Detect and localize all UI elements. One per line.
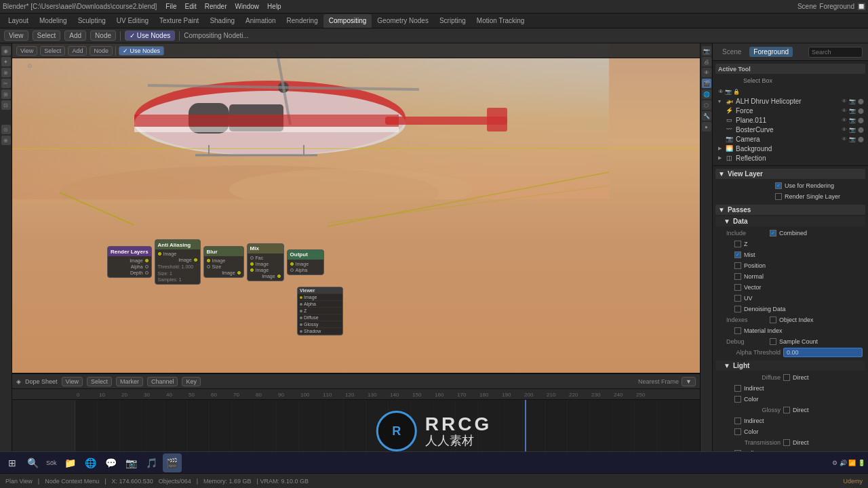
sidebar-tool-8[interactable]: ⊕: [1, 136, 11, 145]
glossy-color-cb[interactable]: [734, 428, 741, 435]
diffuse-indirect-cb[interactable]: [734, 385, 741, 392]
start-button[interactable]: ⊞: [3, 453, 22, 472]
tree-item-plane[interactable]: ▭ Plane.011 👁 📷 ⬤: [724, 115, 865, 125]
blender-taskbar-icon[interactable]: 🎬: [163, 453, 182, 472]
use-rendering-cb[interactable]: ✓: [775, 182, 782, 189]
position-cb[interactable]: [734, 262, 741, 269]
sidebar-tool-7[interactable]: ⊙: [1, 125, 11, 134]
sample-count-cb[interactable]: [770, 338, 776, 345]
render-single-cb[interactable]: [775, 193, 782, 200]
glossy-indirect-cb[interactable]: [734, 418, 741, 424]
tab-motion-tracking[interactable]: Motion Tracking: [471, 14, 530, 28]
tree-item-background[interactable]: ▶ 🌅 Background: [715, 144, 865, 153]
menu-render[interactable]: Render: [201, 2, 231, 11]
tab-scripting[interactable]: Scripting: [434, 14, 471, 28]
passes-header[interactable]: ▼Passes: [715, 205, 865, 215]
diffuse-color-cb[interactable]: [734, 396, 741, 403]
node-editor[interactable]: View Select Add Node ✓ Use Nodes: [12, 43, 700, 373]
sidebar-tool-5[interactable]: ⊞: [1, 89, 11, 99]
node-blur[interactable]: Blur Image Size Image: [203, 246, 244, 278]
rp-tab-foreground[interactable]: Foreground: [749, 47, 793, 57]
node-anti-aliasing[interactable]: Anti Aliasing Image Image Threshold: 1.0…: [155, 239, 201, 285]
node-mix[interactable]: Mix Fac Image: [247, 243, 284, 281]
vis-render[interactable]: ⬤: [857, 98, 864, 104]
glossy-direct-cb[interactable]: [783, 407, 790, 413]
tree-item-helicopter[interactable]: ▼ 🚁 ALH Dhruv Helicopter 👁 📷 ⬤: [715, 96, 865, 106]
mist-cb[interactable]: ✓: [734, 251, 741, 258]
add-button[interactable]: Add: [64, 30, 86, 41]
tab-geometry-nodes[interactable]: Geometry Nodes: [372, 14, 434, 28]
browser-icon[interactable]: 🌐: [81, 453, 100, 472]
tree-item-force[interactable]: ⚡ Force 👁 📷 ⬤: [724, 106, 865, 115]
tl-select-btn[interactable]: Select: [87, 377, 112, 386]
tab-sculpting[interactable]: Sculpting: [73, 14, 111, 28]
prop-icon-view[interactable]: 👁: [702, 68, 711, 77]
ne-select-btn[interactable]: Select: [40, 46, 65, 56]
light-header[interactable]: ▼Light: [715, 361, 865, 371]
sidebar-tool-3[interactable]: ⊕: [1, 68, 11, 77]
sidebar-tool-4[interactable]: ✂: [1, 79, 11, 88]
ne-add-btn[interactable]: Add: [68, 46, 87, 56]
tl-interpolation-btn[interactable]: ▼: [682, 377, 696, 386]
camera-app-icon[interactable]: 📷: [122, 453, 141, 472]
node-button[interactable]: Node: [90, 30, 116, 41]
force-eye[interactable]: 👁: [841, 107, 848, 114]
menu-edit[interactable]: Edit: [181, 2, 199, 11]
tab-layout[interactable]: Layout: [3, 14, 34, 28]
vis-camera[interactable]: 📷: [849, 98, 856, 104]
menu-file[interactable]: File: [162, 2, 180, 11]
node-render-layers[interactable]: Render Layers Image Alpha Dept: [107, 246, 152, 278]
view-button[interactable]: View: [4, 30, 28, 41]
tab-compositing[interactable]: Compositing: [323, 14, 372, 28]
prop-icon-material[interactable]: ●: [702, 122, 711, 131]
tl-view-btn[interactable]: View: [62, 377, 83, 386]
sidebar-tool-6[interactable]: ⊡: [1, 100, 11, 110]
tab-texture-paint[interactable]: Texture Paint: [154, 14, 204, 28]
z-cb[interactable]: [734, 241, 741, 247]
ne-use-nodes-btn[interactable]: ✓ Use Nodes: [119, 46, 164, 56]
music-icon[interactable]: 🎵: [142, 453, 161, 472]
tl-key-btn[interactable]: Key: [182, 377, 201, 386]
tab-modeling[interactable]: Modeling: [34, 14, 73, 28]
tree-item-reflection[interactable]: ▶ ◫ Reflection: [715, 153, 865, 163]
chat-icon[interactable]: 💬: [102, 453, 121, 472]
boster-eye[interactable]: 👁: [841, 126, 848, 133]
sidebar-tool-2[interactable]: ✦: [1, 57, 11, 66]
use-nodes-button[interactable]: ✓ Use Nodes: [125, 30, 175, 41]
vector-cb[interactable]: [734, 284, 741, 291]
plane-eye[interactable]: 👁: [841, 117, 848, 123]
search-button[interactable]: 🔍: [23, 453, 42, 472]
select-button[interactable]: Select: [33, 30, 61, 41]
uv-cb[interactable]: [734, 295, 741, 302]
tab-shading[interactable]: Shading: [204, 14, 240, 28]
cam-ren[interactable]: ⬤: [857, 136, 864, 142]
tree-item-boster[interactable]: 〰 BosterCurve 👁 📷 ⬤: [724, 125, 865, 134]
prop-icon-object[interactable]: ⬡: [702, 100, 711, 110]
data-header[interactable]: ▼Data: [715, 216, 865, 226]
floating-panel[interactable]: Viewer Image Alpha Z: [297, 287, 343, 336]
plane-ren[interactable]: ⬤: [857, 117, 864, 123]
prop-icon-render[interactable]: 📷: [702, 46, 711, 56]
denoising-cb[interactable]: [734, 306, 741, 312]
file-explorer-icon[interactable]: 📁: [61, 453, 80, 472]
tab-animation[interactable]: Animation: [240, 14, 281, 28]
force-cam[interactable]: 📷: [849, 107, 856, 114]
tl-channel-btn[interactable]: Channel: [147, 377, 178, 386]
prop-icon-modifier[interactable]: 🔧: [702, 111, 711, 121]
view-layer-header[interactable]: ▼View Layer: [715, 169, 865, 179]
rp-search-input[interactable]: [808, 47, 863, 58]
diffuse-direct-cb[interactable]: [783, 374, 790, 381]
combined-cb[interactable]: ✓: [770, 230, 776, 237]
cam-cam[interactable]: 📷: [849, 136, 856, 142]
trans-direct-cb[interactable]: [783, 439, 790, 446]
prop-icon-world[interactable]: 🌐: [702, 89, 711, 99]
prop-icon-scene[interactable]: 🎬: [702, 79, 711, 88]
normal-cb[interactable]: [734, 273, 741, 280]
alpha-thresh-field[interactable]: 0.00: [783, 348, 863, 357]
prop-icon-output[interactable]: 🖨: [702, 57, 711, 66]
ne-view-btn[interactable]: View: [16, 46, 37, 56]
boster-cam[interactable]: 📷: [849, 126, 856, 133]
force-ren[interactable]: ⬤: [857, 107, 864, 114]
rp-tab-scene[interactable]: Scene: [718, 47, 745, 57]
mat-index-cb[interactable]: [734, 327, 741, 334]
